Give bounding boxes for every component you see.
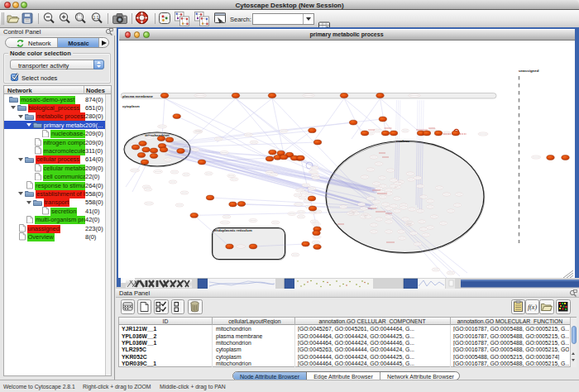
svg-text:1:1: 1:1 <box>93 15 99 20</box>
svg-text:plasma membrane: plasma membrane <box>122 94 153 98</box>
svg-text:nucleus: nucleus <box>396 139 409 143</box>
svg-text:unassigned: unassigned <box>519 69 539 73</box>
svg-text:endoplasmic reticulum: endoplasmic reticulum <box>214 228 252 232</box>
svg-text:cytoplasm: cytoplasm <box>122 104 140 108</box>
svg-text:f(x): f(x) <box>528 304 537 311</box>
svg-text:Search:: Search: <box>230 16 251 23</box>
